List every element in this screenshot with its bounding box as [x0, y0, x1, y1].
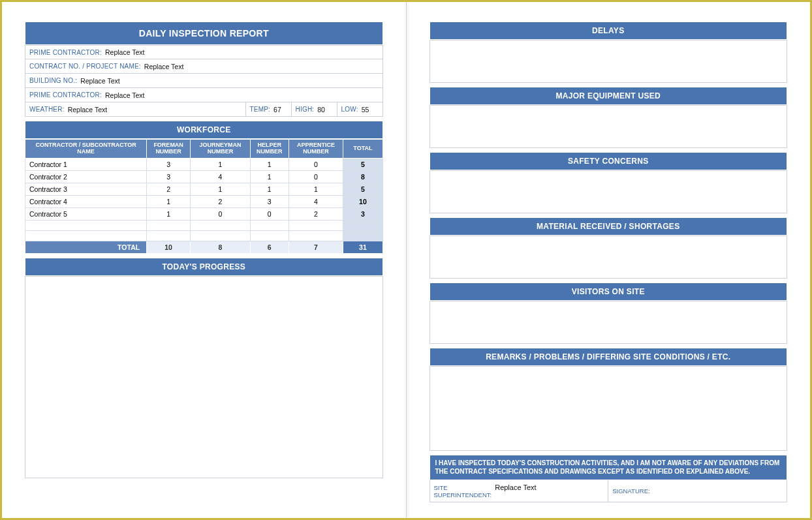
progress-header: TODAY'S PROGRESS: [25, 258, 383, 276]
col-helper: HELPERNUMBER: [250, 140, 289, 159]
field-contract-no: CONTRACT NO. / PROJECT NAME: Replace Tex…: [25, 59, 383, 74]
cell-foreman[interactable]: 1: [147, 195, 191, 207]
total-journeyman: 8: [191, 241, 251, 253]
total-apprentice: 7: [289, 241, 343, 253]
workforce-body: Contractor 131105Contractor 234108Contra…: [25, 158, 383, 253]
cell-journeyman[interactable]: 0: [191, 207, 251, 220]
cell-name[interactable]: Contractor 2: [25, 170, 147, 183]
col-apprentice: APPRENTICENUMBER: [289, 140, 343, 159]
page-left: DAILY INSPECTION REPORT PRIME CONTRACTOR…: [2, 2, 406, 518]
remarks-header: REMARKS / PROBLEMS / DIFFERING SITE COND…: [429, 348, 788, 366]
value-high[interactable]: 80: [317, 106, 325, 114]
cell-apprentice[interactable]: 1: [289, 183, 343, 195]
table-row-blank: [25, 230, 383, 241]
label-contract-no: CONTRACT NO. / PROJECT NAME:: [29, 63, 141, 70]
table-row: Contractor 4123410: [25, 195, 383, 207]
table-total-row: TOTAL1086731: [25, 241, 383, 253]
label-prime-contractor: PRIME CONTRACTOR:: [29, 49, 102, 56]
workforce-head-row: CONTRACTOR / SUBCONTRACTORNAME FOREMANNU…: [25, 140, 383, 159]
cell-helper[interactable]: 0: [250, 207, 289, 220]
label-building-no: BUILDING NO.:: [29, 77, 77, 84]
label-high: HIGH:: [296, 106, 315, 113]
equipment-box[interactable]: [429, 105, 788, 148]
workforce-header: WORKFORCE: [25, 121, 383, 139]
visitors-box[interactable]: [429, 301, 788, 344]
cell-journeyman[interactable]: 1: [191, 158, 251, 170]
cell-name[interactable]: Contractor 4: [25, 195, 147, 207]
value-building-no[interactable]: Replace Text: [80, 77, 120, 85]
table-row: Contractor 321115: [25, 183, 383, 195]
cell-apprentice[interactable]: 0: [289, 170, 343, 183]
label-weather: WEATHER:: [29, 106, 65, 113]
col-foreman: FOREMANNUMBER: [147, 140, 191, 159]
report-title: DAILY INSPECTION REPORT: [25, 22, 383, 45]
label-signature: SIGNATURE:: [612, 487, 649, 495]
cell-apprentice[interactable]: 0: [289, 158, 343, 170]
cell-journeyman[interactable]: 2: [191, 195, 251, 207]
page-right: DELAYS MAJOR EQUIPMENT USED SAFETY CONCE…: [407, 2, 811, 518]
value-low[interactable]: 55: [362, 106, 369, 114]
value-prime-contractor-2[interactable]: Replace Text: [105, 91, 145, 99]
label-low: LOW:: [341, 106, 358, 113]
field-building-no: BUILDING NO.: Replace Text: [25, 74, 383, 88]
equipment-header: MAJOR EQUIPMENT USED: [429, 87, 788, 105]
label-temp: TEMP:: [250, 106, 271, 113]
cell-journeyman[interactable]: 1: [191, 183, 251, 195]
cell-apprentice[interactable]: 4: [289, 195, 343, 207]
cell-foreman[interactable]: 3: [147, 170, 191, 183]
progress-box[interactable]: [25, 276, 383, 478]
material-header: MATERIAL RECEIVED / SHORTAGES: [429, 217, 788, 236]
cell-foreman[interactable]: 2: [147, 183, 191, 195]
table-row: Contractor 131105: [25, 158, 383, 170]
cell-row-total: 3: [343, 207, 383, 220]
value-prime-contractor[interactable]: Replace Text: [105, 48, 145, 56]
certification-bar: I HAVE INSPECTED TODAY'S CONSTRUCTION AC…: [429, 455, 788, 480]
cell-row-total: 8: [343, 170, 383, 183]
cell-name[interactable]: Contractor 5: [25, 207, 147, 220]
col-total: TOTAL: [343, 140, 383, 159]
value-superintendent[interactable]: Replace Text: [495, 483, 536, 491]
remarks-box[interactable]: [429, 366, 788, 451]
cell-row-total: 5: [343, 183, 383, 195]
cell-row-total: 10: [343, 195, 383, 207]
cell-name[interactable]: Contractor 3: [25, 183, 147, 195]
cell-foreman[interactable]: 3: [147, 158, 191, 170]
total-grand: 31: [343, 241, 383, 253]
cell-apprentice[interactable]: 2: [289, 207, 343, 220]
visitors-header: VISITORS ON SITE: [429, 283, 788, 301]
cell-helper[interactable]: 1: [250, 170, 289, 183]
table-row: Contractor 234108: [25, 170, 383, 183]
safety-header: SAFETY CONCERNS: [429, 152, 788, 170]
safety-box[interactable]: [429, 170, 788, 213]
value-temp[interactable]: 67: [273, 106, 281, 114]
delays-box[interactable]: [429, 40, 788, 83]
cell-helper[interactable]: 1: [250, 183, 289, 195]
workforce-table: CONTRACTOR / SUBCONTRACTORNAME FOREMANNU…: [25, 139, 383, 254]
label-prime-contractor-2: PRIME CONTRACTOR:: [29, 91, 102, 99]
total-label: TOTAL: [25, 241, 147, 253]
delays-header: DELAYS: [429, 22, 788, 40]
field-prime-contractor-2: PRIME CONTRACTOR: Replace Text: [25, 88, 383, 102]
cell-name[interactable]: Contractor 1: [25, 158, 147, 170]
col-journeyman: JOURNEYMANNUMBER: [191, 140, 251, 159]
field-prime-contractor: PRIME CONTRACTOR: Replace Text: [25, 45, 383, 59]
total-foreman: 10: [147, 241, 191, 253]
value-weather[interactable]: Replace Text: [68, 106, 108, 114]
cell-row-total: 5: [343, 158, 383, 170]
cell-journeyman[interactable]: 4: [191, 170, 251, 183]
weather-row: WEATHER: Replace Text TEMP: 67 HIGH: 80 …: [25, 102, 383, 117]
material-box[interactable]: [429, 236, 788, 279]
cell-foreman[interactable]: 1: [147, 207, 191, 220]
value-contract-no[interactable]: Replace Text: [144, 63, 184, 70]
col-name: CONTRACTOR / SUBCONTRACTORNAME: [25, 140, 147, 159]
cell-helper[interactable]: 3: [250, 195, 289, 207]
signature-row: SITESUPERINTENDENT:Replace Text SIGNATUR…: [429, 480, 788, 502]
total-helper: 6: [250, 241, 289, 253]
cell-helper[interactable]: 1: [250, 158, 289, 170]
table-row: Contractor 510023: [25, 207, 383, 220]
table-row-blank: [25, 220, 383, 230]
